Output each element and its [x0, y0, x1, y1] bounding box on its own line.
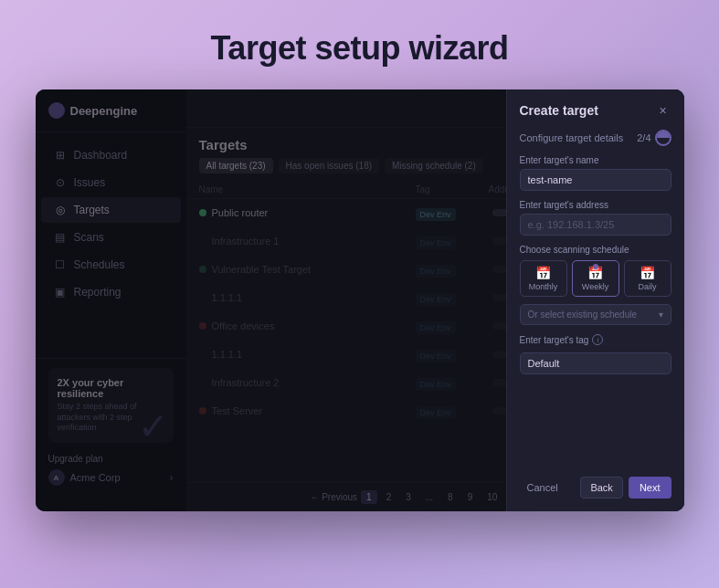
- chevron-down-icon: ▾: [659, 310, 663, 320]
- select-existing-schedule[interactable]: Or select existing schedule ▾: [520, 304, 671, 325]
- step-indicator: Configure target details 2/4: [520, 130, 671, 146]
- schedule-monthly[interactable]: 📅 Monthly: [520, 260, 567, 297]
- target-name-label: Enter target's name: [520, 155, 671, 165]
- calendar-day-icon: 📅: [629, 266, 667, 280]
- target-address-label: Enter target's address: [520, 200, 671, 210]
- schedule-group: Choose scanning schedule 📅 Monthly 📅 Wee…: [520, 245, 671, 304]
- schedule-options: 📅 Monthly 📅 Weekly 📅 Daily: [520, 260, 671, 297]
- schedule-label: Choose scanning schedule: [520, 245, 671, 255]
- step-progress: 2/4: [637, 130, 671, 146]
- tag-label-row: Enter target's tag i: [520, 334, 671, 345]
- target-address-input[interactable]: [520, 214, 671, 236]
- modal-close-button[interactable]: ×: [655, 102, 671, 119]
- step-label: Configure target details: [520, 132, 624, 143]
- back-button[interactable]: Back: [580, 477, 622, 499]
- schedule-monthly-label: Monthly: [524, 282, 563, 291]
- modal-header: Create target ×: [520, 102, 671, 119]
- modal-footer: Cancel Back Next: [520, 477, 671, 499]
- radio-selected-dot: [593, 264, 598, 269]
- step-circle-progress: [655, 130, 671, 146]
- target-tag-group: Enter target's tag i: [520, 334, 671, 374]
- modal-panel: Create target × Configure target details…: [506, 89, 684, 511]
- target-name-input[interactable]: [520, 169, 671, 191]
- step-count: 2/4: [637, 132, 650, 143]
- target-name-group: Enter target's name: [520, 155, 671, 191]
- select-existing-label: Or select existing schedule: [528, 310, 638, 320]
- page-title: Target setup wizard: [211, 29, 509, 68]
- schedule-weekly[interactable]: 📅 Weekly: [572, 260, 619, 297]
- cancel-button[interactable]: Cancel: [520, 478, 566, 498]
- target-tag-label: Enter target's tag: [520, 335, 589, 345]
- next-button[interactable]: Next: [629, 477, 671, 499]
- target-address-group: Enter target's address: [520, 200, 671, 236]
- info-icon: i: [592, 334, 603, 345]
- modal-overlay: Create target × Configure target details…: [36, 89, 684, 511]
- target-tag-input[interactable]: [520, 352, 671, 374]
- schedule-daily-label: Daily: [629, 282, 667, 291]
- calendar-month-icon: 📅: [524, 266, 563, 280]
- app-window: Deepengine ⊞ Dashboard ⊙ Issues ◎ Target…: [36, 89, 684, 511]
- schedule-daily[interactable]: 📅 Daily: [624, 260, 671, 297]
- schedule-weekly-label: Weekly: [576, 282, 615, 291]
- modal-title: Create target: [520, 103, 598, 118]
